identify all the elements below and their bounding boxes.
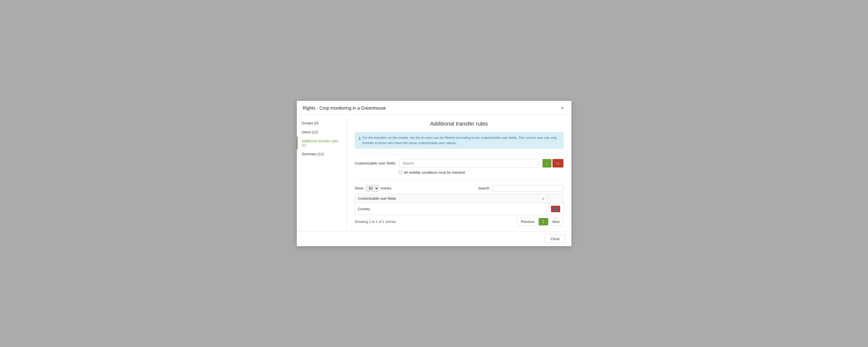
user-minus-icon: 👤: [554, 207, 558, 211]
close-button[interactable]: Close: [545, 235, 565, 243]
modal-title: Rights - Crop monitoring in a Greenhouse: [303, 105, 386, 111]
table-controls: Show 10 25 50 entries Search:: [355, 185, 563, 192]
next-button[interactable]: Next: [549, 218, 563, 225]
pagination: Previous 1 Next: [517, 218, 563, 225]
up-down-arrow-icon: ↑↓: [556, 161, 560, 165]
visibility-label: All visibility conditions must be checke…: [404, 170, 465, 175]
search-input[interactable]: [399, 159, 538, 167]
table-search: Search:: [478, 185, 563, 191]
main-content: Additional transfer rules ℹ For the tran…: [347, 115, 571, 231]
page-1-button[interactable]: 1: [539, 218, 548, 225]
modal-header: Rights - Crop monitoring in a Greenhouse…: [297, 101, 571, 115]
table-header-fields: Customizable user fields ▲: [355, 194, 548, 203]
entries-label: entries: [381, 186, 392, 190]
divider-2: [355, 180, 563, 180]
visibility-checkbox[interactable]: [399, 171, 402, 174]
show-label: Show: [355, 186, 364, 190]
table-search-label: Search:: [478, 186, 490, 190]
modal-body: Groups (0) Users (11) Additional transfe…: [297, 115, 571, 231]
sidebar-item-users[interactable]: Users (11): [297, 128, 346, 136]
info-box: ℹ For the transfers on the mobile, the l…: [355, 132, 563, 149]
showing-text: Showing 1 to 1 of 1 entries: [355, 220, 396, 224]
sidebar-item-groups[interactable]: Groups (0): [297, 119, 346, 128]
checkbox-row: All visibility conditions must be checke…: [399, 170, 563, 175]
info-text: For the transfers on the mobile, the lis…: [363, 135, 559, 146]
sidebar: Groups (0) Users (11) Additional transfe…: [297, 115, 347, 231]
btn-group: ↓ ↑↓: [542, 159, 563, 167]
page-title: Additional transfer rules: [355, 121, 563, 127]
sort-icon: ▲: [542, 197, 545, 200]
table-cell-action: 👤: [548, 203, 563, 215]
move-up-down-button[interactable]: ↑↓: [553, 159, 563, 167]
info-icon: ℹ: [359, 135, 361, 141]
entries-select[interactable]: 10 25 50: [366, 185, 379, 192]
fields-section: Customizable user fields ↓ ↑↓: [355, 159, 563, 175]
move-down-button[interactable]: ↓: [542, 159, 552, 167]
sidebar-item-additional[interactable]: Additional transfer rules (1): [297, 136, 346, 150]
modal-overlay: Rights - Crop monitoring in a Greenhouse…: [0, 0, 868, 347]
modal-close-button[interactable]: ×: [559, 105, 565, 111]
fields-label: Customizable user fields: [355, 161, 396, 165]
show-entries: Show 10 25 50 entries: [355, 185, 392, 192]
down-arrow-icon: ↓: [546, 161, 548, 165]
table-footer: Showing 1 to 1 of 1 entries Previous 1 N…: [355, 218, 563, 225]
data-table: Customizable user fields ▲ Country: [355, 194, 563, 215]
sidebar-item-summary[interactable]: Summary (11): [297, 150, 346, 159]
modal-footer: Close: [297, 231, 571, 246]
table-row: Country 👤: [355, 203, 563, 215]
table-cell-country: Country: [355, 203, 548, 215]
modal: Rights - Crop monitoring in a Greenhouse…: [297, 101, 571, 246]
previous-button[interactable]: Previous: [517, 218, 538, 225]
divider: [355, 154, 563, 154]
table-header-actions: [548, 194, 563, 203]
fields-header: Customizable user fields ↓ ↑↓: [355, 159, 563, 167]
table-search-input[interactable]: [492, 185, 563, 191]
remove-row-button[interactable]: 👤: [551, 206, 560, 212]
